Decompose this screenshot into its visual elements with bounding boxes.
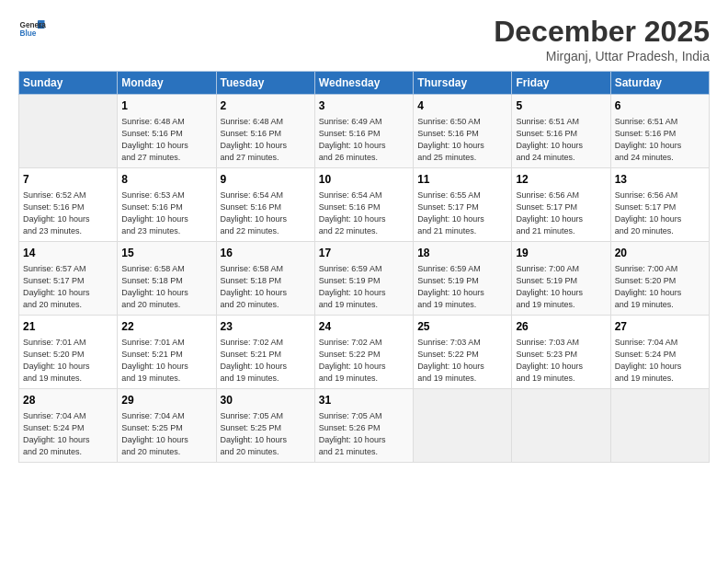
day-number: 18 [417,246,507,261]
day-info: Sunrise: 7:04 AM Sunset: 5:24 PM Dayligh… [615,337,705,385]
day-cell: 28Sunrise: 7:04 AM Sunset: 5:24 PM Dayli… [19,388,118,462]
header-cell-monday: Monday [118,72,216,95]
day-cell: 16Sunrise: 6:58 AM Sunset: 5:18 PM Dayli… [216,241,314,315]
day-number: 3 [319,98,409,114]
day-info: Sunrise: 6:54 AM Sunset: 5:16 PM Dayligh… [319,190,409,237]
day-info: Sunrise: 7:05 AM Sunset: 5:26 PM Dayligh… [319,410,409,458]
day-cell: 17Sunrise: 6:59 AM Sunset: 5:19 PM Dayli… [314,241,413,315]
day-cell: 27Sunrise: 7:04 AM Sunset: 5:24 PM Dayli… [610,315,709,388]
day-info: Sunrise: 6:54 AM Sunset: 5:16 PM Dayligh… [221,190,311,237]
day-info: Sunrise: 7:01 AM Sunset: 5:21 PM Dayligh… [121,337,211,385]
day-cell [512,388,610,462]
day-number: 1 [121,98,211,114]
day-cell: 2Sunrise: 6:48 AM Sunset: 5:16 PM Daylig… [216,95,314,168]
day-info: Sunrise: 7:02 AM Sunset: 5:21 PM Dayligh… [221,337,311,385]
day-cell: 15Sunrise: 6:58 AM Sunset: 5:18 PM Dayli… [118,241,216,315]
day-cell: 3Sunrise: 6:49 AM Sunset: 5:16 PM Daylig… [314,95,413,168]
header-cell-friday: Friday [512,72,610,95]
day-number: 25 [417,319,507,335]
day-cell: 5Sunrise: 6:51 AM Sunset: 5:16 PM Daylig… [512,95,610,168]
day-number: 2 [221,98,311,114]
day-info: Sunrise: 7:04 AM Sunset: 5:24 PM Dayligh… [23,410,113,458]
day-info: Sunrise: 6:55 AM Sunset: 5:17 PM Dayligh… [417,190,507,237]
day-info: Sunrise: 7:02 AM Sunset: 5:22 PM Dayligh… [319,337,409,385]
day-number: 12 [516,172,606,188]
day-cell: 11Sunrise: 6:55 AM Sunset: 5:17 PM Dayli… [414,167,512,241]
day-number: 10 [319,172,409,188]
day-number: 6 [615,98,705,114]
header-cell-thursday: Thursday [414,72,512,95]
day-info: Sunrise: 7:03 AM Sunset: 5:23 PM Dayligh… [516,337,606,385]
header-cell-sunday: Sunday [19,72,118,95]
day-cell [414,388,512,462]
day-number: 15 [121,246,211,261]
day-number: 21 [23,319,113,335]
day-info: Sunrise: 6:49 AM Sunset: 5:16 PM Dayligh… [319,116,409,164]
day-info: Sunrise: 7:01 AM Sunset: 5:20 PM Dayligh… [23,337,113,385]
title-block: December 2025 Mirganj, Uttar Pradesh, In… [494,15,710,63]
month-title: December 2025 [494,15,710,49]
day-cell: 26Sunrise: 7:03 AM Sunset: 5:23 PM Dayli… [512,315,610,388]
day-info: Sunrise: 6:57 AM Sunset: 5:17 PM Dayligh… [23,263,113,311]
day-number: 19 [516,246,606,261]
week-row-5: 28Sunrise: 7:04 AM Sunset: 5:24 PM Dayli… [19,388,710,462]
day-number: 16 [221,246,311,261]
day-info: Sunrise: 6:53 AM Sunset: 5:16 PM Dayligh… [121,190,211,237]
day-number: 30 [221,393,311,408]
day-cell: 12Sunrise: 6:56 AM Sunset: 5:17 PM Dayli… [512,167,610,241]
day-number: 4 [417,98,507,114]
day-info: Sunrise: 6:56 AM Sunset: 5:17 PM Dayligh… [615,190,705,237]
header-cell-wednesday: Wednesday [314,72,413,95]
day-cell: 4Sunrise: 6:50 AM Sunset: 5:16 PM Daylig… [414,95,512,168]
day-info: Sunrise: 6:59 AM Sunset: 5:19 PM Dayligh… [417,263,507,311]
day-cell [19,95,118,168]
day-number: 17 [319,246,409,261]
day-info: Sunrise: 7:04 AM Sunset: 5:25 PM Dayligh… [121,410,211,458]
day-info: Sunrise: 7:05 AM Sunset: 5:25 PM Dayligh… [221,410,311,458]
day-info: Sunrise: 6:48 AM Sunset: 5:16 PM Dayligh… [221,116,311,164]
svg-text:Blue: Blue [20,29,37,38]
calendar-table: SundayMondayTuesdayWednesdayThursdayFrid… [18,71,710,463]
day-cell: 29Sunrise: 7:04 AM Sunset: 5:25 PM Dayli… [118,388,216,462]
day-cell [610,388,709,462]
week-row-1: 1Sunrise: 6:48 AM Sunset: 5:16 PM Daylig… [19,95,710,168]
logo: General Blue [18,15,50,42]
logo-icon: General Blue [18,15,46,42]
day-number: 11 [417,172,507,188]
day-cell: 18Sunrise: 6:59 AM Sunset: 5:19 PM Dayli… [414,241,512,315]
day-number: 31 [319,393,409,408]
day-cell: 8Sunrise: 6:53 AM Sunset: 5:16 PM Daylig… [118,167,216,241]
day-number: 23 [221,319,311,335]
svg-text:General: General [20,21,47,29]
header-cell-saturday: Saturday [610,72,709,95]
day-number: 24 [319,319,409,335]
day-info: Sunrise: 6:58 AM Sunset: 5:18 PM Dayligh… [221,263,311,311]
day-number: 20 [615,246,705,261]
day-cell: 7Sunrise: 6:52 AM Sunset: 5:16 PM Daylig… [19,167,118,241]
day-info: Sunrise: 6:51 AM Sunset: 5:16 PM Dayligh… [615,116,705,164]
day-cell: 13Sunrise: 6:56 AM Sunset: 5:17 PM Dayli… [610,167,709,241]
week-row-3: 14Sunrise: 6:57 AM Sunset: 5:17 PM Dayli… [19,241,710,315]
day-cell: 23Sunrise: 7:02 AM Sunset: 5:21 PM Dayli… [216,315,314,388]
day-info: Sunrise: 6:48 AM Sunset: 5:16 PM Dayligh… [121,116,211,164]
day-info: Sunrise: 7:00 AM Sunset: 5:19 PM Dayligh… [516,263,606,311]
day-number: 22 [121,319,211,335]
day-info: Sunrise: 7:03 AM Sunset: 5:22 PM Dayligh… [417,337,507,385]
day-number: 13 [615,172,705,188]
day-number: 27 [615,319,705,335]
day-cell: 14Sunrise: 6:57 AM Sunset: 5:17 PM Dayli… [19,241,118,315]
location: Mirganj, Uttar Pradesh, India [494,49,710,63]
day-cell: 22Sunrise: 7:01 AM Sunset: 5:21 PM Dayli… [118,315,216,388]
day-cell: 9Sunrise: 6:54 AM Sunset: 5:16 PM Daylig… [216,167,314,241]
day-cell: 19Sunrise: 7:00 AM Sunset: 5:19 PM Dayli… [512,241,610,315]
day-number: 5 [516,98,606,114]
day-info: Sunrise: 6:56 AM Sunset: 5:17 PM Dayligh… [516,190,606,237]
day-number: 8 [121,172,211,188]
day-cell: 30Sunrise: 7:05 AM Sunset: 5:25 PM Dayli… [216,388,314,462]
day-number: 14 [23,246,113,261]
day-info: Sunrise: 6:52 AM Sunset: 5:16 PM Dayligh… [23,190,113,237]
day-cell: 31Sunrise: 7:05 AM Sunset: 5:26 PM Dayli… [314,388,413,462]
week-row-4: 21Sunrise: 7:01 AM Sunset: 5:20 PM Dayli… [19,315,710,388]
day-cell: 20Sunrise: 7:00 AM Sunset: 5:20 PM Dayli… [610,241,709,315]
day-info: Sunrise: 6:58 AM Sunset: 5:18 PM Dayligh… [121,263,211,311]
